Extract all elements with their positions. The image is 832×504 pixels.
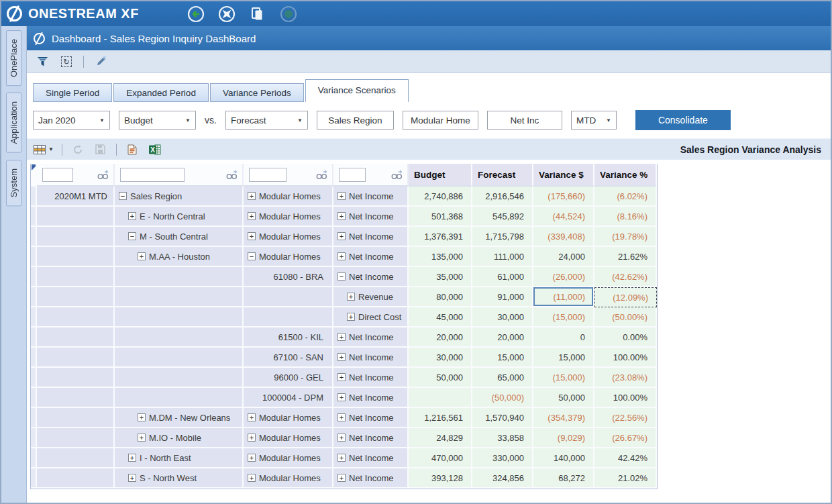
- forecast-value-cell[interactable]: 30,000: [472, 307, 533, 327]
- expand-icon[interactable]: +: [347, 313, 355, 321]
- budget-value-cell[interactable]: 24,829: [409, 428, 472, 448]
- entity-cell[interactable]: +M.IO - Mobile: [115, 428, 244, 448]
- entity-cell[interactable]: −M - South Central: [115, 227, 244, 247]
- expand-icon[interactable]: +: [337, 353, 346, 361]
- forecast-value-cell[interactable]: 1,715,798: [472, 227, 533, 247]
- sidebar-tab-oneplace[interactable]: OnePlace: [6, 30, 21, 86]
- forecast-value-cell[interactable]: 20,000: [472, 327, 533, 348]
- variance-pct-cell[interactable]: (19.78%): [594, 227, 657, 247]
- collapse-icon[interactable]: −: [248, 252, 256, 260]
- filter-icon[interactable]: [35, 54, 50, 69]
- account-cell[interactable]: +Net Income: [333, 448, 409, 468]
- product-cell[interactable]: +Modular Homes: [244, 428, 333, 448]
- variance-usd-cell[interactable]: (15,000): [533, 307, 594, 327]
- period-cell[interactable]: [37, 388, 115, 408]
- expand-icon[interactable]: +: [337, 454, 346, 462]
- period-select[interactable]: Jan 2020 ▼: [33, 111, 110, 130]
- excel-icon[interactable]: X: [148, 142, 162, 157]
- account-cell[interactable]: +Revenue: [333, 287, 409, 307]
- sidebar-tab-system[interactable]: System: [6, 160, 21, 206]
- account-cell[interactable]: +Net Income: [333, 247, 409, 267]
- variance-usd-cell[interactable]: (44,524): [533, 207, 594, 227]
- account-cell[interactable]: −Net Income: [333, 267, 409, 287]
- edit-pencil-icon[interactable]: [93, 54, 108, 69]
- budget-value-cell[interactable]: [409, 388, 472, 408]
- period-cell[interactable]: [37, 207, 115, 227]
- view-select[interactable]: MTD ▼: [571, 111, 617, 130]
- collapse-icon[interactable]: −: [128, 232, 136, 240]
- variance-pct-cell[interactable]: (6.02%): [594, 187, 657, 207]
- filter-input-period[interactable]: [42, 168, 73, 182]
- variance-pct-cell[interactable]: 0.00%: [594, 327, 657, 348]
- product-cell[interactable]: 61080 - BRA: [244, 267, 333, 287]
- budget-value-cell[interactable]: 2,740,886: [409, 187, 472, 207]
- variance-usd-cell[interactable]: 140,000: [533, 448, 594, 468]
- period-cell[interactable]: [37, 287, 115, 307]
- collapse-icon[interactable]: −: [119, 192, 127, 200]
- back-icon[interactable]: [187, 5, 205, 23]
- forecast-value-cell[interactable]: 91,000: [472, 287, 533, 307]
- budget-value-cell[interactable]: 30,000: [409, 348, 472, 368]
- variance-usd-cell[interactable]: (9,029): [533, 428, 594, 448]
- variance-usd-cell[interactable]: (339,408): [533, 227, 594, 247]
- expand-icon[interactable]: +: [138, 413, 146, 421]
- variance-pct-cell[interactable]: (23.08%): [594, 368, 657, 388]
- scenario-select[interactable]: Budget ▼: [119, 111, 196, 130]
- variance-usd-cell[interactable]: 24,000: [533, 247, 594, 267]
- expand-icon[interactable]: +: [248, 212, 256, 220]
- expand-icon[interactable]: +: [248, 474, 256, 482]
- product-cell[interactable]: +Modular Homes: [244, 187, 333, 207]
- product-cell[interactable]: [244, 287, 333, 307]
- binoculars-icon[interactable]: [391, 170, 403, 180]
- select-all-corner[interactable]: [31, 164, 37, 187]
- compare-scenario-select[interactable]: Forecast ▼: [225, 111, 308, 130]
- binoculars-icon[interactable]: [225, 170, 238, 180]
- budget-value-cell[interactable]: 35,000: [409, 267, 472, 287]
- expand-icon[interactable]: +: [337, 474, 346, 482]
- binoculars-icon[interactable]: [315, 170, 328, 180]
- product-cell[interactable]: 96000 - GEL: [244, 368, 333, 388]
- variance-pct-cell[interactable]: (50.00%): [594, 307, 657, 327]
- tab-variance-scenarios[interactable]: Variance Scenarios: [305, 79, 409, 102]
- product-box[interactable]: Modular Home: [403, 111, 478, 130]
- expand-icon[interactable]: +: [337, 192, 346, 200]
- column-header-budget[interactable]: Budget: [409, 164, 472, 187]
- consolidate-button[interactable]: Consolidate: [635, 110, 731, 130]
- account-cell[interactable]: +Net Income: [333, 227, 409, 247]
- product-cell[interactable]: +Modular Homes: [244, 227, 333, 247]
- copy-icon[interactable]: [249, 5, 266, 23]
- variance-usd-cell[interactable]: (354,379): [533, 408, 594, 428]
- tab-variance-periods[interactable]: Variance Periods: [210, 83, 304, 102]
- budget-value-cell[interactable]: 1,376,391: [409, 227, 472, 247]
- period-cell[interactable]: [37, 227, 115, 247]
- account-cell[interactable]: +Net Income: [333, 428, 409, 448]
- variance-usd-cell[interactable]: 50,000: [533, 388, 594, 408]
- product-cell[interactable]: 1000004 - DPM: [244, 388, 333, 408]
- entity-cell[interactable]: [115, 388, 244, 408]
- expand-icon[interactable]: +: [347, 293, 355, 301]
- export-document-icon[interactable]: [125, 142, 140, 157]
- budget-value-cell[interactable]: 470,000: [409, 448, 472, 468]
- column-header-forecast[interactable]: Forecast: [472, 164, 533, 187]
- variance-usd-cell[interactable]: (11,000): [533, 287, 594, 307]
- period-cell[interactable]: [37, 408, 115, 428]
- period-cell[interactable]: [37, 368, 115, 388]
- forecast-value-cell[interactable]: 65,000: [472, 368, 533, 388]
- product-cell[interactable]: 61500 - KIL: [244, 327, 333, 348]
- budget-value-cell[interactable]: 1,216,561: [409, 408, 472, 428]
- period-cell[interactable]: [37, 448, 115, 468]
- period-cell[interactable]: [37, 327, 115, 348]
- entity-cell[interactable]: [115, 348, 244, 368]
- forward-icon[interactable]: [280, 5, 297, 23]
- expand-icon[interactable]: +: [138, 434, 146, 442]
- forecast-value-cell[interactable]: 15,000: [472, 348, 533, 368]
- expand-icon[interactable]: +: [337, 232, 346, 240]
- variance-usd-cell[interactable]: (175,660): [533, 187, 594, 207]
- expand-icon[interactable]: +: [128, 454, 136, 462]
- forecast-value-cell[interactable]: 61,000: [472, 267, 533, 287]
- entity-cell[interactable]: [115, 327, 244, 348]
- tab-expanded-period[interactable]: Expanded Period: [113, 83, 209, 102]
- entity-cell[interactable]: +E - North Central: [115, 207, 244, 227]
- sidebar-tab-application[interactable]: Application: [6, 93, 21, 153]
- forecast-value-cell[interactable]: 111,000: [472, 247, 533, 267]
